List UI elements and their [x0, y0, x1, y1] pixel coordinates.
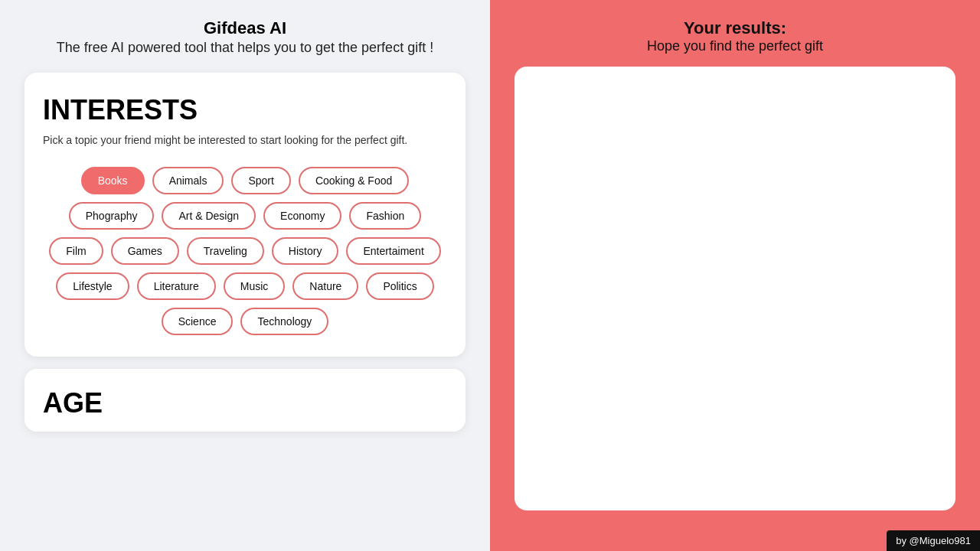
- tag-politics[interactable]: Politics: [366, 272, 433, 300]
- app-header: Gifdeas AI The free AI powered tool that…: [24, 18, 466, 57]
- tag-games[interactable]: Games: [111, 237, 179, 265]
- tag-music[interactable]: Music: [224, 272, 286, 300]
- interests-title: INTERESTS: [43, 94, 447, 126]
- interests-description: Pick a topic your friend might be intere…: [43, 132, 447, 148]
- left-panel: Gifdeas AI The free AI powered tool that…: [0, 0, 490, 551]
- tag-fashion[interactable]: Fashion: [349, 202, 421, 230]
- tag-history[interactable]: History: [272, 237, 339, 265]
- interests-card: INTERESTS Pick a topic your friend might…: [24, 73, 466, 357]
- tag-economy[interactable]: Economy: [263, 202, 341, 230]
- tag-film[interactable]: Film: [49, 237, 103, 265]
- watermark: by @Miguelo981: [887, 530, 980, 551]
- right-panel: Your results: Hope you find the perfect …: [490, 0, 980, 551]
- tag-animals[interactable]: Animals: [152, 167, 224, 194]
- tag-entertaiment[interactable]: Entertaiment: [346, 237, 440, 265]
- tag-nature[interactable]: Nature: [292, 272, 358, 300]
- results-title: Your results:: [647, 18, 823, 38]
- tag-phography[interactable]: Phography: [69, 202, 155, 230]
- results-box: [514, 67, 956, 510]
- tag-sport[interactable]: Sport: [231, 167, 290, 194]
- tag-art---design[interactable]: Art & Design: [162, 202, 256, 230]
- tag-lifestyle[interactable]: Lifestyle: [56, 272, 129, 300]
- tag-traveling[interactable]: Traveling: [187, 237, 264, 265]
- tags-container: BooksAnimalsSportCooking & FoodPhography…: [43, 167, 447, 335]
- results-header: Your results: Hope you find the perfect …: [647, 18, 823, 54]
- age-title: AGE: [43, 387, 447, 419]
- tag-books[interactable]: Books: [81, 167, 145, 194]
- tag-technology[interactable]: Technology: [240, 308, 328, 335]
- tag-science[interactable]: Science: [162, 308, 234, 335]
- results-subtitle: Hope you find the perfect gift: [647, 38, 823, 54]
- app-title: Gifdeas AI: [24, 18, 466, 38]
- age-card: AGE: [24, 369, 466, 432]
- tag-cooking---food[interactable]: Cooking & Food: [299, 167, 409, 194]
- tag-literature[interactable]: Literature: [137, 272, 216, 300]
- app-subtitle: The free AI powered tool that helps you …: [24, 38, 466, 57]
